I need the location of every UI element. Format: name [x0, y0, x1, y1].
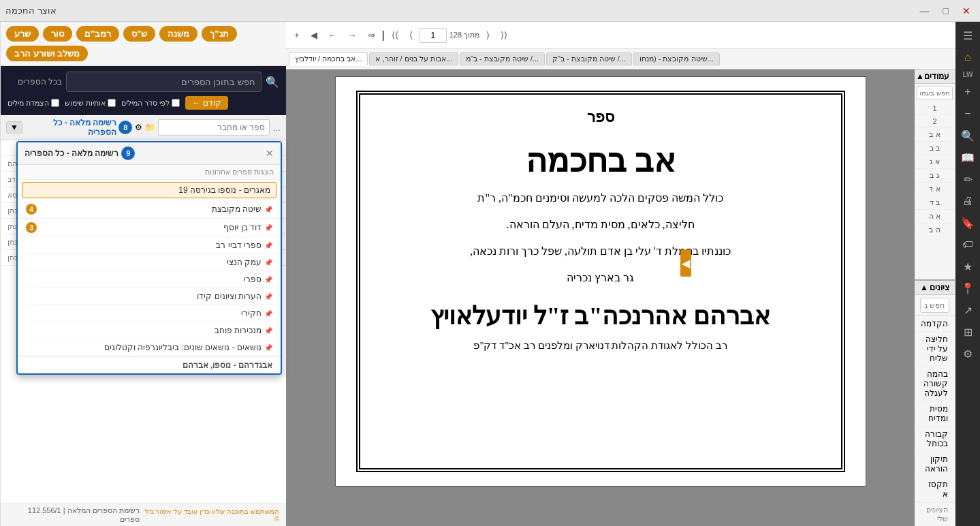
dropdown-item-name-1: שיטה מקובצת: [212, 204, 262, 214]
category-shulchan[interactable]: שרע: [6, 26, 39, 42]
book-search-input[interactable]: [158, 119, 270, 136]
columns-search-input[interactable]: [917, 87, 953, 100]
footer-bar: המשתמש בתוכנה שלא כדין עובד על איסור גזל…: [1, 504, 286, 526]
nav-forward-button[interactable]: →: [344, 28, 361, 42]
page-start-button[interactable]: ⟨⟨: [388, 28, 402, 42]
dropdown-item-9[interactable]: 📌 נושאים - נושאים שונים: ביבליוגרפיה וקט…: [18, 339, 281, 356]
menu-icon[interactable]: ☰: [958, 26, 977, 45]
grid-icon[interactable]: ⊞: [958, 322, 977, 341]
maximize-button[interactable]: □: [939, 4, 953, 18]
ziyon-item-3[interactable]: בהמה קשורה לעגלה: [915, 367, 955, 401]
category-shas[interactable]: ש"ס: [123, 26, 155, 42]
column-item-3[interactable]: א ב: [915, 128, 955, 142]
tab-4[interactable]: שיטה מקובצת - ב"ק /...: [546, 52, 632, 65]
tab-3[interactable]: שיטה מקובצת - ב"מ /...: [460, 52, 545, 65]
column-item-5[interactable]: א ג: [915, 155, 955, 169]
search-sidebar-icon[interactable]: 🔍: [958, 126, 977, 145]
nav-back-button[interactable]: ←: [324, 28, 341, 42]
category-tanakh[interactable]: תנ"ך: [202, 26, 236, 42]
search-button[interactable]: 🔍: [266, 76, 279, 89]
book-subtitle-2: חליצה, כלאים, מסית מדיח, העלם הוראה.: [374, 215, 827, 235]
nav-skip-button[interactable]: ⇒: [364, 28, 379, 42]
tab-2[interactable]: אבות על בנים / זוהר, א...: [369, 52, 458, 65]
exact-word-checkbox[interactable]: [108, 99, 116, 107]
page-end-button[interactable]: ⟩⟩: [496, 28, 511, 42]
option-word-order: לפי סדר המילים: [121, 99, 180, 108]
page-border: ספר אב בחכמה כולל המשה פסקים הלכה למעשה …: [356, 91, 845, 472]
more-options-icon[interactable]: ...: [272, 122, 281, 133]
pin-icon-6: 📌: [264, 293, 272, 300]
dropdown-item-3[interactable]: 📌 ספרי דביי רב: [18, 237, 281, 254]
ziyon-item-6[interactable]: תיקון הוראה: [915, 452, 955, 477]
book-icon[interactable]: 📖: [958, 148, 977, 167]
gear-book-icon[interactable]: ⚙: [135, 123, 142, 132]
column-item-4[interactable]: ב ב: [915, 142, 955, 155]
word-count-label: הצמדת מילים: [7, 99, 49, 108]
pin-icon-4: 📌: [264, 259, 272, 266]
highlight-icon[interactable]: ✏: [958, 170, 977, 189]
dropdown-item-4[interactable]: 📌 עמק הנצי: [18, 254, 281, 271]
category-combined[interactable]: משלב ושורע הרב: [6, 46, 88, 61]
pin-icon-8: 📌: [264, 327, 272, 335]
ziyunim-search-input[interactable]: [920, 298, 949, 313]
ziyon-item-7[interactable]: תקסז א: [915, 477, 955, 502]
main-search-input[interactable]: [66, 72, 262, 92]
ziyon-item-2[interactable]: חליצה על ידי שליח: [915, 332, 955, 367]
folder-icon[interactable]: 📁: [145, 123, 155, 132]
column-item-10[interactable]: ה ב: [915, 223, 955, 237]
page-next-button[interactable]: ⟩: [482, 28, 494, 42]
columns-collapse-icon[interactable]: ▲: [916, 72, 924, 81]
minimize-button[interactable]: —: [916, 4, 934, 18]
share-icon[interactable]: ↗: [958, 300, 977, 320]
tab-1[interactable]: אב בחכמה / יודלביץ...: [289, 52, 368, 65]
ziyon-item-1[interactable]: הקדמה: [915, 316, 955, 332]
collapse-right-arrow[interactable]: ◀: [680, 249, 691, 277]
column-item-7[interactable]: א ד: [915, 183, 955, 196]
category-tur[interactable]: טור: [43, 26, 72, 42]
location-icon[interactable]: 📍: [958, 279, 977, 298]
zoom-in-icon[interactable]: +: [958, 82, 977, 102]
dropdown-toggle-button[interactable]: ▼: [6, 121, 22, 134]
ziyon-item-4[interactable]: מסית ומדיח: [915, 401, 955, 427]
print-icon[interactable]: 🖨: [958, 191, 977, 211]
left-sidebar: ☰ ⌂ LW + − 🔍 📖 ✏ 🖨 🔖 🏷 ★ 📍 ↗ ⊞ ⚙: [955, 22, 980, 526]
home-icon[interactable]: ⌂: [958, 48, 977, 67]
ziyunim-collapse-icon[interactable]: ▲: [920, 283, 928, 292]
book-subtitle-1: כולל המשה פסקים הלכה למעשה וסימנים חכמ"ה…: [374, 189, 827, 208]
add-tab-button[interactable]: +: [290, 28, 304, 42]
ziyon-item-5[interactable]: קבורה בכותל: [915, 427, 955, 452]
tag-icon[interactable]: 🏷: [958, 235, 977, 254]
column-item-9[interactable]: א ה: [915, 210, 955, 223]
dropdown-item-1[interactable]: 📌 שיטה מקובצת 4: [18, 200, 281, 219]
category-mishna[interactable]: משנה: [159, 26, 197, 42]
tab-5[interactable]: שיטה מקובצת - (מנחו...: [633, 52, 720, 65]
close-button[interactable]: ✕: [958, 4, 975, 18]
column-item-8[interactable]: ב ד: [915, 196, 955, 210]
star-icon[interactable]: ★: [958, 257, 977, 276]
page-number-input[interactable]: [420, 28, 447, 43]
page-prev-button[interactable]: ⟨: [405, 28, 417, 42]
zoom-out-icon[interactable]: −: [958, 104, 977, 123]
dropdown-item-2[interactable]: 📌 דוד בן יוסף 3: [18, 219, 281, 237]
word-count-checkbox[interactable]: [51, 99, 59, 107]
nav-left-button[interactable]: ◀: [306, 28, 321, 42]
dropdown-title-text: רשימה מלאה - כל הספריה: [25, 149, 118, 158]
dropdown-item-7[interactable]: 📌 חקירי: [18, 305, 281, 322]
back-button[interactable]: קודם ←: [185, 96, 227, 110]
dropdown-highlighted-item[interactable]: מאגרים - נוספו בגירסה 19: [22, 182, 276, 198]
word-order-checkbox[interactable]: [172, 99, 180, 107]
category-rambam[interactable]: רמב"ם: [76, 26, 119, 42]
bookmark-icon[interactable]: 🔖: [958, 213, 977, 232]
settings-icon[interactable]: ⚙: [958, 344, 977, 363]
dropdown-item-8[interactable]: 📌 מנכירות פוחב: [18, 322, 281, 339]
dropdown-item-6[interactable]: 📌 הערות וציונים קידו: [18, 288, 281, 305]
dropdown-close-button[interactable]: ✕: [266, 148, 274, 159]
columns-search-container: [915, 84, 955, 102]
column-item-1[interactable]: 1: [915, 102, 955, 115]
dropdown-item-5[interactable]: 📌 ספרי: [18, 271, 281, 288]
full-list-title[interactable]: רשימה מלאה - כל הספריה: [25, 118, 116, 137]
my-ziyunim-label[interactable]: הציונים שלי: [915, 502, 955, 526]
column-item-2[interactable]: 2: [915, 115, 955, 128]
column-item-6[interactable]: ג ב: [915, 169, 955, 183]
page-content: ספר אב בחכמה כולל המשה פסקים הלכה למעשה …: [335, 76, 866, 486]
